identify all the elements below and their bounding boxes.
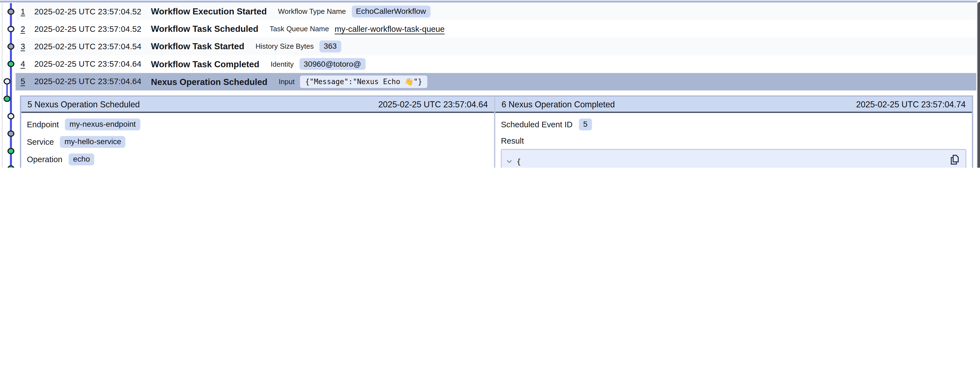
event-name: Nexus Operation Scheduled (151, 77, 267, 87)
detail-panel-header: 6 Nexus Operation Completed 2025-02-25 U… (495, 97, 972, 113)
event-name: Workflow Execution Started (151, 6, 267, 16)
event-attr-badge: 30960@totoro@ (299, 58, 366, 70)
scrollbar-track[interactable] (977, 0, 980, 168)
detail-panel-body: Scheduled Event ID5Result{"Message": "Ne… (495, 113, 972, 168)
workflow-event-history-view: 12025-02-25 UTC 23:57:04.52Workflow Exec… (0, 0, 980, 168)
event-timestamp: 2025-02-25 UTC 23:57:04.54 (34, 42, 151, 51)
copy-button[interactable] (950, 155, 959, 166)
timeline-node-8-started[interactable] (8, 131, 14, 136)
detail-panel-timestamp: 2025-02-25 UTC 23:57:04.74 (856, 100, 966, 109)
timeline-node-4-completed[interactable] (8, 61, 14, 66)
detail-field-badge: my-nexus-endpoint (65, 118, 140, 130)
scrollbar-thumb[interactable] (978, 2, 980, 168)
event-id-link[interactable]: 2 (21, 24, 29, 33)
detail-field: Endpointmy-nexus-endpoint (27, 116, 488, 133)
detail-field: Operationecho (27, 150, 488, 168)
event-row-3[interactable]: 32025-02-25 UTC 23:57:04.54Workflow Task… (16, 38, 976, 55)
event-history-content: 12025-02-25 UTC 23:57:04.52Workflow Exec… (16, 0, 976, 168)
event-attr-label: Input (278, 78, 295, 85)
copy-icon (950, 155, 959, 165)
event-attr-badge: EchoCallerWorkflow (352, 5, 431, 17)
timeline-node-2-scheduled[interactable] (8, 26, 14, 32)
detail-field-label: Endpoint (27, 120, 59, 129)
detail-panel-body: Endpointmy-nexus-endpointServicemy-hello… (21, 113, 494, 168)
payload-field-label: Result (501, 133, 966, 148)
event-id-link[interactable]: 3 (21, 42, 29, 51)
event-row-4[interactable]: 42025-02-25 UTC 23:57:04.64Workflow Task… (16, 55, 976, 73)
timeline-node-1-started[interactable] (8, 9, 14, 14)
event-detail-panel-completed: 6 Nexus Operation Completed 2025-02-25 U… (495, 97, 972, 168)
detail-field-label: Service (27, 137, 54, 147)
event-timestamp: 2025-02-25 UTC 23:57:04.64 (34, 59, 151, 69)
event-row-5[interactable]: 52025-02-25 UTC 23:57:04.64Nexus Operati… (16, 73, 976, 91)
event-attr-label: History Size Bytes (256, 43, 314, 50)
event-id-link[interactable]: 1 (21, 6, 29, 16)
event-timestamp: 2025-02-25 UTC 23:57:04.64 (34, 77, 151, 86)
event-row-1[interactable]: 12025-02-25 UTC 23:57:04.52Workflow Exec… (16, 3, 976, 20)
detail-field-label: Scheduled Event ID (501, 120, 573, 129)
detail-field: Scheduled Event ID5 (501, 116, 966, 133)
event-attr-payload: {"Message":"Nexus Echo 👋"} (300, 75, 427, 88)
event-timestamp: 2025-02-25 UTC 23:57:04.52 (34, 24, 151, 33)
event-attr-label: Identity (270, 60, 294, 68)
event-name: Workflow Task Scheduled (151, 24, 258, 34)
detail-panel-header: 5 Nexus Operation Scheduled 2025-02-25 U… (21, 97, 494, 113)
detail-panel-timestamp: 2025-02-25 UTC 23:57:04.64 (378, 100, 488, 109)
event-name: Workflow Task Started (151, 41, 244, 51)
payload-json-viewer: {"Message": "Nexus Echo 👋"} (501, 150, 966, 168)
detail-field: Servicemy-hello-service (27, 133, 488, 150)
detail-field-badge: my-hello-service (60, 136, 126, 148)
detail-panel-title: 5 Nexus Operation Scheduled (27, 100, 140, 109)
event-attr-badge: 363 (319, 40, 341, 52)
event-attr-label: Task Queue Name (269, 25, 329, 33)
detail-field-badge: echo (68, 153, 94, 165)
event-id-link[interactable]: 4 (21, 59, 29, 69)
event-rows-group-top: 12025-02-25 UTC 23:57:04.52Workflow Exec… (16, 3, 976, 91)
detail-panel-title: 6 Nexus Operation Completed (502, 100, 615, 109)
event-timeline-graph (0, 0, 16, 168)
event-detail-panel-scheduled: 5 Nexus Operation Scheduled 2025-02-25 U… (21, 97, 495, 168)
event-name: Workflow Task Completed (151, 59, 259, 69)
task-queue-link[interactable]: my-caller-workflow-task-queue (334, 24, 444, 33)
event-id-link[interactable]: 5 (21, 77, 29, 86)
timeline-node-5-scheduled[interactable] (4, 78, 10, 84)
event-attr-label: Workflow Type Name (278, 8, 346, 15)
detail-field-label: Operation (27, 155, 62, 164)
timeline-node-10-completed[interactable] (8, 166, 14, 168)
timeline-node-3-started[interactable] (8, 44, 14, 49)
detail-field-badge: 5 (579, 118, 592, 130)
timeline-node-7-scheduled[interactable] (8, 113, 14, 119)
event-timestamp: 2025-02-25 UTC 23:57:04.52 (34, 6, 151, 16)
event-row-2[interactable]: 22025-02-25 UTC 23:57:04.52Workflow Task… (16, 20, 976, 38)
event-detail-panels: 5 Nexus Operation Scheduled 2025-02-25 U… (20, 96, 973, 168)
chevron-down-icon (507, 160, 512, 164)
json-line-open: { (507, 156, 959, 168)
collapse-toggle[interactable] (507, 156, 512, 167)
json-open-brace: { (517, 158, 521, 166)
timeline-node-9-completed[interactable] (8, 148, 14, 153)
timeline-node-6-completed[interactable] (4, 96, 10, 101)
